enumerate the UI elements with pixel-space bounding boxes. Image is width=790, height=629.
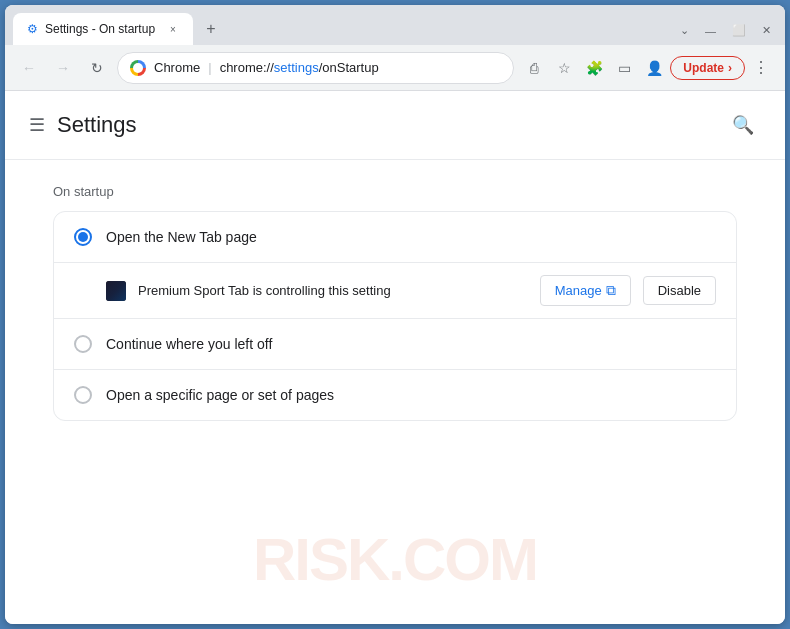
bookmark-icon: ☆ (558, 60, 571, 76)
external-link-icon: ⧉ (606, 282, 616, 299)
chrome-label: Chrome (154, 60, 200, 75)
url-prefix: chrome:// (220, 60, 274, 75)
sidebar-icon: ▭ (618, 60, 631, 76)
tab-strip: ⚙ Settings - On startup × + (13, 13, 674, 45)
site-info-icon (130, 60, 146, 76)
radio-new-tab[interactable] (74, 228, 92, 246)
disable-label: Disable (658, 283, 701, 298)
option-new-tab-label: Open the New Tab page (106, 229, 716, 245)
more-icon: ⋮ (753, 58, 769, 77)
url-highlight: settings (274, 60, 319, 75)
extension-icon (106, 281, 126, 301)
account-icon: 👤 (646, 60, 663, 76)
sidebar-button[interactable]: ▭ (610, 54, 638, 82)
url-separator: | (208, 60, 211, 75)
toolbar: ← → ↻ Chrome | chrome://settings/onStart… (5, 45, 785, 91)
disable-button[interactable]: Disable (643, 276, 716, 305)
window-controls: ⌄ — ⬜ ✕ (674, 22, 777, 45)
forward-icon: → (56, 60, 70, 76)
share-button[interactable]: ⎙ (520, 54, 548, 82)
back-icon: ← (22, 60, 36, 76)
refresh-button[interactable]: ↻ (83, 54, 111, 82)
option-new-tab[interactable]: Open the New Tab page (54, 212, 736, 263)
url-display: chrome://settings/onStartup (220, 60, 502, 75)
radio-new-tab-dot (78, 232, 88, 242)
option-specific-page-label: Open a specific page or set of pages (106, 387, 716, 403)
tab-title: Settings - On startup (45, 22, 159, 36)
startup-options-card: Open the New Tab page Premium Sport Tab … (53, 211, 737, 421)
extensions-button[interactable]: 🧩 (580, 54, 608, 82)
page-content: RISK RISK.COM ☰ Settings 🔍 On startup (5, 91, 785, 624)
share-icon: ⎙ (530, 60, 538, 76)
new-tab-button[interactable]: + (197, 15, 225, 43)
close-window-button[interactable]: ✕ (756, 22, 777, 39)
settings-header-left: ☰ Settings (29, 112, 137, 138)
forward-button[interactable]: → (49, 54, 77, 82)
update-label: Update (683, 61, 724, 75)
tab-close-button[interactable]: × (165, 21, 181, 37)
manage-label: Manage (555, 283, 602, 298)
page-title: Settings (57, 112, 137, 138)
search-button[interactable]: 🔍 (725, 107, 761, 143)
tab-favicon: ⚙ (25, 22, 39, 36)
settings-header: ☰ Settings 🔍 (5, 91, 785, 160)
title-bar: ⚙ Settings - On startup × + ⌄ — ⬜ ✕ (5, 5, 785, 45)
update-chevron-icon: › (728, 61, 732, 75)
manage-button[interactable]: Manage ⧉ (540, 275, 631, 306)
refresh-icon: ↻ (91, 60, 103, 76)
chevron-down-icon: ⌄ (674, 22, 695, 39)
toolbar-actions: ⎙ ☆ 🧩 ▭ 👤 Update › ⋮ (520, 54, 775, 82)
browser-window: ⚙ Settings - On startup × + ⌄ — ⬜ ✕ ← → … (5, 5, 785, 624)
minimize-button[interactable]: — (699, 23, 722, 39)
extensions-icon: 🧩 (586, 60, 603, 76)
address-bar[interactable]: Chrome | chrome://settings/onStartup (117, 52, 514, 84)
back-button[interactable]: ← (15, 54, 43, 82)
radio-continue[interactable] (74, 335, 92, 353)
more-button[interactable]: ⋮ (747, 54, 775, 82)
settings-body: On startup Open the New Tab page Premium… (5, 160, 785, 624)
bookmark-button[interactable]: ☆ (550, 54, 578, 82)
active-tab[interactable]: ⚙ Settings - On startup × (13, 13, 193, 45)
option-continue-label: Continue where you left off (106, 336, 716, 352)
maximize-button[interactable]: ⬜ (726, 22, 752, 39)
search-icon: 🔍 (732, 114, 754, 136)
menu-button[interactable]: ☰ (29, 114, 45, 136)
radio-specific-page[interactable] (74, 386, 92, 404)
account-button[interactable]: 👤 (640, 54, 668, 82)
extension-favicon (106, 281, 126, 301)
url-suffix: /onStartup (319, 60, 379, 75)
option-continue[interactable]: Continue where you left off (54, 319, 736, 370)
extension-control-label: Premium Sport Tab is controlling this se… (138, 283, 528, 298)
extension-control-row: Premium Sport Tab is controlling this se… (54, 263, 736, 319)
option-specific-page[interactable]: Open a specific page or set of pages (54, 370, 736, 420)
update-button[interactable]: Update › (670, 56, 745, 80)
section-title: On startup (53, 184, 737, 199)
